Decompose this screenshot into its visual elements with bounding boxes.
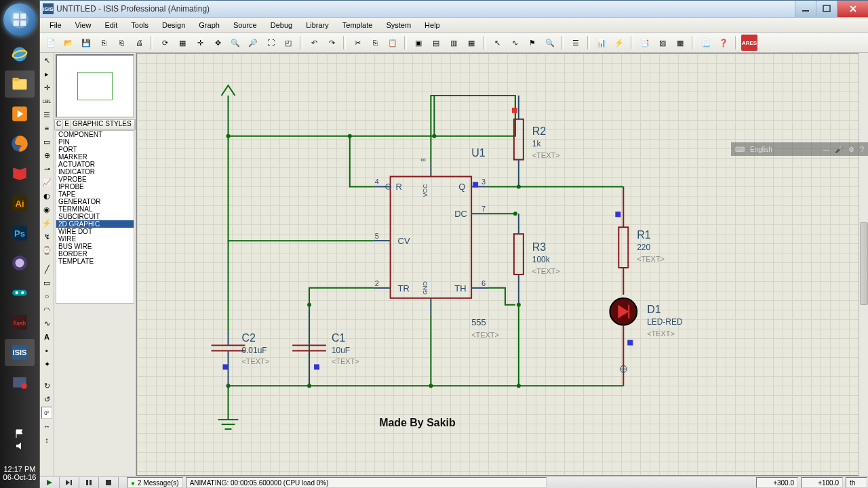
object-item[interactable]: PORT (56, 146, 134, 153)
menu-file[interactable]: File (43, 19, 68, 31)
object-item[interactable]: INDICATOR (56, 168, 134, 176)
lang-help-icon[interactable]: ? (860, 146, 864, 153)
pick-icon[interactable]: ↖ (489, 35, 505, 51)
line-icon[interactable]: ╱ (41, 263, 53, 275)
instrument-icon[interactable]: ⌚ (41, 244, 53, 256)
r1[interactable]: R1 220 <TEXT> (615, 186, 665, 294)
origin-icon[interactable]: ✛ (192, 35, 208, 51)
zoomout-icon[interactable]: 🔎 (245, 35, 261, 51)
pause-button[interactable] (79, 477, 99, 488)
r2[interactable]: R2 1k <TEXT> (512, 96, 560, 186)
c1[interactable]: C1 10uF <TEXT> (292, 305, 359, 386)
erc-icon[interactable]: ⚡ (611, 35, 627, 51)
object-item[interactable]: PIN (56, 138, 134, 146)
maximize-button[interactable] (816, 1, 837, 17)
taskbar-arduino-icon[interactable] (5, 279, 35, 306)
minimize-button[interactable] (795, 1, 816, 17)
refresh-icon[interactable]: ⟳ (157, 35, 173, 51)
block-copy-icon[interactable]: ▣ (410, 35, 427, 51)
taskbar-eclipse-icon[interactable] (5, 249, 35, 277)
zoomin-icon[interactable]: 🔍 (227, 35, 243, 51)
menu-system[interactable]: System (379, 19, 418, 31)
menu-graph[interactable]: Graph (192, 19, 226, 31)
probe-v-icon[interactable]: ⚡ (41, 217, 53, 229)
taskbar-explorer-icon[interactable] (5, 70, 35, 98)
mirror-h-icon[interactable]: ↔ (41, 420, 53, 432)
object-item[interactable]: BORDER (56, 250, 134, 258)
terminal-mode-icon[interactable]: ⊕ (41, 149, 53, 161)
search-icon[interactable]: 🔍 (542, 35, 558, 51)
grid-icon[interactable]: ▦ (174, 35, 191, 51)
taskbar-reader-icon[interactable] (5, 160, 35, 187)
start-button[interactable] (3, 3, 36, 36)
bom-icon[interactable]: 📊 (593, 35, 610, 51)
arc-icon[interactable]: ◠ (41, 304, 53, 316)
taskbar-media-icon[interactable] (5, 100, 35, 127)
message-count[interactable]: ●2 Message(s) (127, 477, 183, 488)
wire-icon[interactable]: ∿ (507, 35, 523, 51)
taskbar-ie-icon[interactable] (5, 41, 35, 68)
language-bar[interactable]: ⌨ English — 🎤 ⚙ ? (731, 142, 868, 156)
taskbar-illustrator-icon[interactable]: Ai (5, 190, 35, 217)
text-icon[interactable]: A (41, 331, 53, 343)
object-item[interactable]: WIRE DOT (56, 228, 134, 235)
lang-tool-icon[interactable]: — (823, 146, 829, 153)
block-move-icon[interactable]: ▤ (428, 35, 444, 51)
object-selector-list[interactable]: COMPONENTPINPORTMARKERACTUATORINDICATORV… (56, 130, 134, 304)
probe-i-icon[interactable]: ↯ (41, 230, 53, 243)
report-icon[interactable]: 📃 (698, 35, 714, 51)
taskbar-firefox-icon[interactable] (5, 130, 35, 157)
pin-mode-icon[interactable]: ⊸ (41, 163, 53, 175)
object-item[interactable]: IPROBE (56, 183, 134, 190)
export-icon[interactable]: ⎗ (113, 35, 130, 51)
circle-icon[interactable]: ○ (41, 290, 53, 302)
component-mode-icon[interactable]: ▸ (41, 68, 53, 80)
schematic-canvas[interactable]: R CV TR Q DC TH VCC GND 4 5 2 3 7 (136, 53, 859, 476)
vertical-scrollbar[interactable] (859, 53, 868, 476)
block-delete-icon[interactable]: ▦ (463, 35, 479, 51)
graph-mode-icon[interactable]: 📈 (41, 176, 53, 188)
menu-tools[interactable]: Tools (124, 19, 155, 31)
generator-mode-icon[interactable]: ◉ (41, 203, 53, 216)
paste-icon[interactable]: 📋 (384, 35, 401, 51)
object-item[interactable]: GENERATOR (56, 198, 134, 205)
zoomall-icon[interactable]: ⛶ (262, 35, 279, 51)
flag-icon[interactable] (15, 429, 24, 439)
netlist-icon[interactable]: 📑 (637, 35, 653, 51)
volume-icon[interactable] (15, 441, 24, 451)
object-item[interactable]: MARKER (56, 153, 134, 161)
play-button[interactable] (40, 477, 60, 488)
menu-edit[interactable]: Edit (98, 19, 124, 31)
object-item[interactable]: VPROBE (56, 176, 134, 183)
stop-button[interactable] (99, 477, 119, 488)
c2[interactable]: C2 0.01uF <TEXT> (212, 241, 270, 386)
bus-mode-icon[interactable]: ≡ (41, 122, 53, 134)
rotate-cw-icon[interactable]: ↻ (41, 380, 53, 392)
taskbar-capture-icon[interactable] (5, 369, 35, 396)
subcircuit-mode-icon[interactable]: ▭ (41, 136, 53, 148)
r3[interactable]: R3 100k <TEXT> (514, 214, 560, 304)
open-icon[interactable]: 📂 (60, 35, 77, 51)
junction-mode-icon[interactable]: ✛ (41, 81, 53, 94)
label-mode-icon[interactable]: LBL (41, 95, 53, 107)
cut-icon[interactable]: ✂ (349, 35, 366, 51)
tag-icon[interactable]: ⚑ (524, 35, 540, 51)
script-mode-icon[interactable]: ☰ (41, 108, 53, 121)
ares-icon[interactable]: ▨ (654, 35, 671, 51)
symbol-icon[interactable]: ▪ (41, 344, 53, 357)
property-icon[interactable]: ☰ (568, 35, 584, 51)
taskbar-isis-icon[interactable]: ISIS (5, 339, 35, 366)
menu-view[interactable]: View (68, 19, 98, 31)
undo-icon[interactable]: ↶ (306, 35, 322, 51)
menu-source[interactable]: Source (226, 19, 264, 31)
taskbar-flash-icon[interactable]: flash (5, 309, 35, 336)
object-item[interactable]: SUBCIRCUIT (56, 213, 134, 220)
compile-icon[interactable]: ▩ (672, 35, 688, 51)
object-item[interactable]: TAPE (56, 190, 134, 198)
marker-icon[interactable]: ✦ (41, 358, 53, 370)
new-icon[interactable]: 📄 (43, 35, 59, 51)
menu-design[interactable]: Design (155, 19, 192, 31)
save-icon[interactable]: 💾 (78, 35, 94, 51)
path-icon[interactable]: ∿ (41, 317, 53, 329)
taskbar-photoshop-icon[interactable]: Ps (5, 220, 35, 247)
